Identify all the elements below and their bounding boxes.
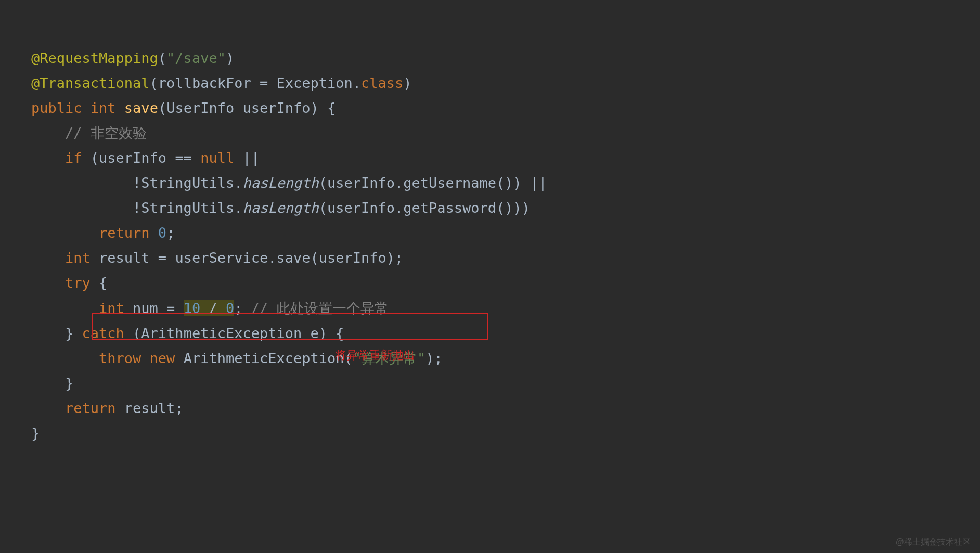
annotation-at: @ xyxy=(31,75,40,91)
code-line: @RequestMapping("/save") xyxy=(31,50,234,66)
watermark: @稀土掘金技术社区 xyxy=(896,537,971,548)
op: == xyxy=(175,150,192,166)
keyword: public xyxy=(31,100,82,116)
space xyxy=(82,100,91,116)
paren: ( xyxy=(158,100,166,116)
space xyxy=(150,225,158,241)
indent xyxy=(31,325,65,341)
brace: } xyxy=(65,375,73,391)
dot: . xyxy=(234,200,242,216)
string-literal: "/save" xyxy=(166,50,226,66)
brace: } xyxy=(65,325,82,341)
brace: { xyxy=(319,100,336,116)
code-line: // 非空效验 xyxy=(31,125,147,141)
code-line: !StringUtils.hasLength(userInfo.getUsern… xyxy=(31,175,547,191)
neg: ! xyxy=(133,200,141,216)
code-editor-view: @RequestMapping("/save") @Transactional(… xyxy=(0,0,980,467)
expr: userInfo xyxy=(99,150,175,166)
space xyxy=(192,150,200,166)
annotation-name: RequestMapping xyxy=(40,50,158,66)
call-args: (userInfo.getPassword())) xyxy=(319,200,530,216)
paren: ( xyxy=(91,150,99,166)
space xyxy=(91,250,99,266)
param-name: userInfo xyxy=(242,100,310,116)
number: 0 xyxy=(158,225,166,241)
keyword: if xyxy=(65,150,82,166)
param-type: UserInfo xyxy=(166,100,234,116)
brace: } xyxy=(31,425,40,441)
class-ref: StringUtils xyxy=(141,175,234,191)
space xyxy=(116,100,124,116)
indent xyxy=(31,250,65,266)
neg: ! xyxy=(133,175,141,191)
highlight-box xyxy=(92,313,488,340)
indent xyxy=(31,200,133,216)
ctor-call: ArithmeticException( xyxy=(184,350,353,366)
semi: ; xyxy=(166,225,175,241)
attr-name: rollbackFor xyxy=(158,75,251,91)
keyword: int xyxy=(65,250,91,266)
paren: ( xyxy=(150,75,158,91)
indent xyxy=(31,225,99,241)
annotation-name: Transactional xyxy=(40,75,149,91)
dot: . xyxy=(234,175,242,191)
indent xyxy=(31,175,133,191)
expr: result; xyxy=(124,400,184,416)
paren: ) xyxy=(403,75,411,91)
space xyxy=(116,400,124,416)
brace: { xyxy=(91,275,108,291)
comment: // 非空效验 xyxy=(65,125,147,141)
keyword: new xyxy=(150,350,175,366)
code-line: } xyxy=(31,375,73,391)
keyword: int xyxy=(91,100,116,116)
indent xyxy=(31,150,65,166)
expr: result = userService.save(userInfo); xyxy=(99,250,403,266)
call-args: (userInfo.getUsername()) || xyxy=(319,175,547,191)
code-line: int result = userService.save(userInfo); xyxy=(31,250,403,266)
code-line: if (userInfo == null || xyxy=(31,150,260,166)
indent xyxy=(31,125,65,141)
paren: ) xyxy=(226,50,234,66)
code-line: try { xyxy=(31,275,107,291)
space xyxy=(82,150,91,166)
space xyxy=(234,100,242,116)
space xyxy=(141,350,149,366)
keyword: try xyxy=(65,275,91,291)
static-method: hasLength xyxy=(242,175,318,191)
keyword: throw xyxy=(99,350,141,366)
keyword: null xyxy=(200,150,234,166)
paren: ) xyxy=(311,100,319,116)
keyword: return xyxy=(65,400,116,416)
code-line: return result; xyxy=(31,400,184,416)
static-method: hasLength xyxy=(242,200,318,216)
eq: = xyxy=(251,75,277,91)
space xyxy=(175,350,183,366)
class-name: Exception xyxy=(276,75,352,91)
indent xyxy=(31,400,65,416)
op: || xyxy=(234,150,260,166)
close: ); xyxy=(425,350,443,366)
dot: . xyxy=(353,75,361,91)
code-line: return 0; xyxy=(31,225,175,241)
code-line: } xyxy=(31,425,40,441)
keyword: class xyxy=(361,75,403,91)
class-ref: StringUtils xyxy=(141,200,234,216)
indent xyxy=(31,300,99,316)
indent xyxy=(31,375,65,391)
paren: ( xyxy=(158,50,166,66)
annotation-at: @ xyxy=(31,50,40,66)
code-line: !StringUtils.hasLength(userInfo.getPassw… xyxy=(31,200,530,216)
code-line: @Transactional(rollbackFor = Exception.c… xyxy=(31,75,412,91)
indent xyxy=(31,350,99,366)
code-line: public int save(UserInfo userInfo) { xyxy=(31,100,336,116)
annotation-note: 将异常重新抛出 xyxy=(335,348,415,363)
keyword: return xyxy=(99,225,150,241)
method-name: save xyxy=(124,100,158,116)
indent xyxy=(31,275,65,291)
